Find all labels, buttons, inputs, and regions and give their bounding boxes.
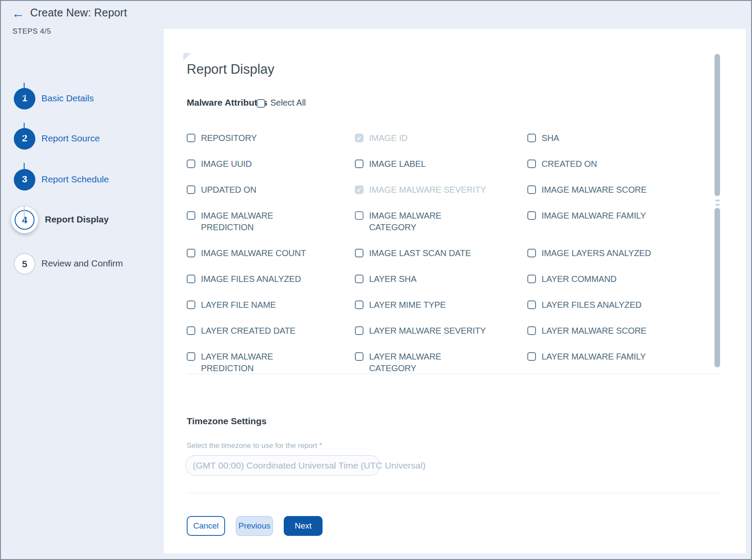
window-border — [0, 0, 752, 560]
